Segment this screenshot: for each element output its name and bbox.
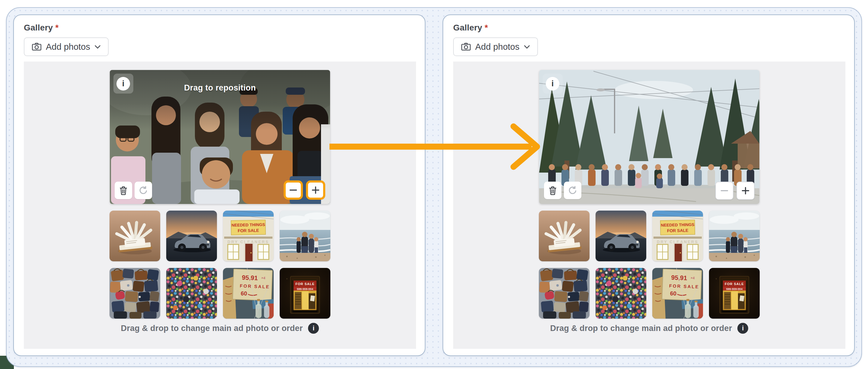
rotate-photo-button[interactable] — [564, 182, 581, 199]
minus-icon — [288, 185, 299, 195]
caption-info-icon[interactable]: i — [308, 323, 319, 334]
trash-icon — [548, 186, 557, 195]
field-label: Gallery* — [453, 23, 844, 33]
add-photos-button[interactable]: Add photos — [453, 37, 538, 56]
required-asterisk: * — [485, 23, 488, 32]
dragdrop-caption: Drag & drop to change main ad photo or o… — [121, 324, 303, 333]
trash-icon — [119, 186, 128, 195]
gallery-panel-after: Gallery* Add photos i — [443, 14, 855, 356]
caption-info-icon[interactable]: i — [737, 323, 748, 334]
gallery-dropzone: i Drag to reposition — [24, 62, 416, 349]
rotate-icon — [138, 186, 148, 195]
field-label: Gallery* — [24, 23, 415, 33]
canvas-surface: Gallery* Add photos i Drag to reposition — [6, 7, 862, 367]
main-photo[interactable]: i — [539, 70, 760, 204]
thumbnail-sale-signs[interactable] — [652, 268, 703, 318]
thumbnail-lit-window[interactable] — [709, 268, 760, 318]
thumbnail-beach-family[interactable] — [709, 211, 760, 261]
required-asterisk: * — [55, 23, 59, 32]
thumbnail-sale-signs[interactable] — [223, 268, 274, 318]
thumbnail-book[interactable] — [110, 211, 160, 261]
add-photos-label: Add photos — [46, 42, 90, 52]
thumbnail-bags[interactable] — [539, 268, 590, 318]
gallery-panel-before: Gallery* Add photos i Drag to reposition — [13, 14, 425, 356]
rotate-icon — [568, 186, 578, 195]
chevron-down-icon — [524, 45, 530, 49]
thumbnail-storefront[interactable] — [223, 211, 274, 261]
thumbnail-trinkets[interactable] — [595, 268, 646, 318]
info-glyph: i — [552, 79, 554, 88]
thumbnail-book[interactable] — [539, 211, 590, 261]
camera-icon — [461, 42, 471, 51]
field-label-text: Gallery — [453, 23, 482, 32]
zoom-out-button[interactable] — [715, 182, 734, 200]
info-icon[interactable]: i — [546, 77, 559, 91]
dragdrop-caption: Drag & drop to change main ad photo or o… — [550, 324, 732, 333]
chevron-down-icon — [94, 45, 101, 49]
caption-row: Drag & drop to change main ad photo or o… — [453, 323, 845, 334]
main-photo[interactable]: i Drag to reposition — [110, 70, 330, 204]
plus-icon — [310, 185, 321, 195]
add-photos-button[interactable]: Add photos — [24, 37, 108, 56]
zoom-in-button[interactable] — [737, 182, 754, 200]
photo-edit-controls — [115, 182, 152, 199]
thumbnail-grid — [539, 211, 760, 318]
caption-row: Drag & drop to change main ad photo or o… — [24, 323, 416, 334]
drag-to-reposition-text: Drag to reposition — [110, 83, 330, 93]
field-label-text: Gallery — [24, 23, 53, 32]
delete-photo-button[interactable] — [544, 182, 561, 199]
photo-zoom-controls — [284, 180, 325, 200]
thumbnail-storefront[interactable] — [652, 211, 703, 261]
photo-edit-controls — [544, 182, 581, 199]
thumbnail-car[interactable] — [595, 211, 646, 261]
photo-zoom-controls — [715, 182, 754, 200]
rotate-photo-button[interactable] — [134, 182, 152, 199]
camera-icon — [32, 42, 42, 51]
plus-icon — [740, 186, 751, 196]
thumbnail-trinkets[interactable] — [166, 268, 217, 318]
thumbnail-lit-window[interactable] — [280, 268, 330, 318]
info-glyph: i — [742, 324, 744, 332]
zoom-out-button[interactable] — [284, 180, 303, 200]
thumbnail-beach-family[interactable] — [280, 211, 330, 261]
zoom-in-button[interactable] — [306, 180, 325, 200]
page: Gallery* Add photos i Drag to reposition — [0, 0, 868, 369]
gallery-dropzone: i — [453, 62, 845, 349]
thumbnail-grid — [110, 211, 330, 318]
thumbnail-bags[interactable] — [110, 268, 160, 318]
thumbnail-car[interactable] — [166, 211, 217, 261]
minus-icon — [719, 186, 730, 196]
add-photos-label: Add photos — [475, 42, 520, 52]
delete-photo-button[interactable] — [115, 182, 132, 199]
photo-top-shade — [110, 70, 330, 130]
info-glyph: i — [313, 324, 314, 332]
